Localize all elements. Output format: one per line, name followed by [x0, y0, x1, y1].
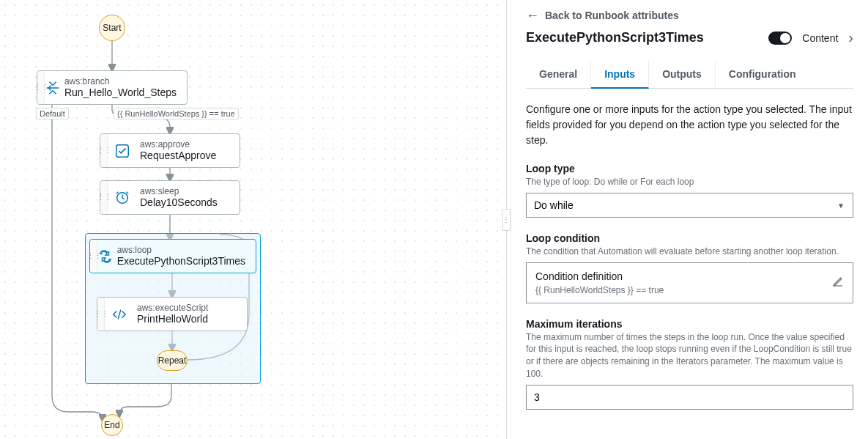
sleep-node[interactable]: ⋮⋮ aws:sleep Delay10Seconds	[100, 180, 240, 215]
start-label: Start	[103, 23, 121, 33]
node-type-label: aws:sleep	[140, 186, 218, 196]
back-link[interactable]: ← Back to Runbook attributes	[526, 6, 853, 29]
code-icon	[105, 298, 134, 331]
end-label: End	[104, 420, 119, 430]
loop-condition-label: Loop condition	[526, 232, 853, 244]
grip-icon: ⋮	[502, 209, 511, 231]
repeat-label: Repeat	[158, 355, 187, 366]
drag-handle-icon: ⋮⋮	[100, 134, 108, 167]
max-iter-hint: The maximum number of times the steps in…	[526, 331, 853, 380]
branch-node[interactable]: ⋮⋮ aws:branch Run_Hello_World_Steps	[37, 70, 188, 105]
approve-node[interactable]: ⋮⋮ aws:approve RequestApprove	[100, 133, 240, 168]
back-link-label: Back to Runbook attributes	[545, 10, 679, 21]
node-name-label: RequestApprove	[140, 150, 216, 162]
loop-type-hint: The type of loop: Do while or For each l…	[526, 176, 853, 188]
start-node[interactable]: Start	[99, 15, 125, 41]
node-type-label: aws:executeScript	[137, 303, 208, 313]
content-toggle-label: Content	[802, 32, 838, 44]
drag-handle-icon: ⋮⋮	[37, 71, 45, 104]
edit-icon[interactable]	[832, 276, 844, 289]
tab-general[interactable]: General	[526, 61, 591, 88]
branch-icon	[45, 71, 62, 104]
workflow-canvas[interactable]: Start ⋮⋮ aws:branch Run_Hello_World_Step…	[0, 0, 502, 439]
node-type-label: aws:loop	[117, 245, 245, 255]
drag-handle-icon: ⋮⋮	[90, 240, 97, 273]
default-edge-label: Default	[36, 108, 69, 119]
check-icon	[108, 134, 137, 167]
details-panel: ← Back to Runbook attributes ExecutePyth…	[511, 0, 868, 439]
drag-handle-icon: ⋮⋮	[97, 298, 105, 331]
loop-node[interactable]: ⋮⋮ aws:loop ExecutePythonScript3Times	[89, 239, 256, 273]
node-name-label: Delay10Seconds	[140, 196, 218, 209]
drag-handle-icon: ⋮⋮	[100, 181, 108, 214]
arrow-left-icon: ←	[526, 9, 539, 22]
loop-type-select[interactable]: Do while	[526, 193, 853, 218]
sleep-icon	[108, 181, 137, 214]
intro-text: Configure one or more inputs for the act…	[526, 102, 853, 148]
node-name-label: Run_Hello_World_Steps	[64, 86, 177, 99]
node-type-label: aws:branch	[64, 76, 177, 86]
condition-expression: {{ RunHelloWorldSteps }} == true	[535, 285, 664, 295]
script-node[interactable]: ⋮⋮ aws:executeScript PrintHelloWorld	[97, 297, 248, 331]
node-name-label: PrintHelloWorld	[137, 313, 208, 325]
page-title: ExecutePythonScript3Times	[526, 30, 704, 45]
repeat-node[interactable]: Repeat	[157, 350, 188, 371]
max-iter-input[interactable]	[526, 385, 853, 410]
condition-title: Condition definition	[535, 270, 664, 282]
tab-configuration[interactable]: Configuration	[716, 61, 809, 88]
condition-box[interactable]: Condition definition {{ RunHelloWorldSte…	[526, 262, 853, 303]
tab-outputs[interactable]: Outputs	[649, 61, 716, 88]
chevron-right-icon[interactable]: ›	[848, 29, 853, 46]
condition-edge-label: {{ RunHelloWorldSteps }} == true	[114, 108, 239, 119]
tabs: General Inputs Outputs Configuration	[526, 61, 853, 89]
loop-condition-hint: The condition that Automation will evalu…	[526, 246, 853, 258]
node-type-label: aws:approve	[140, 139, 216, 150]
split-handle[interactable]: ⋮	[502, 0, 511, 439]
tab-inputs[interactable]: Inputs	[591, 61, 649, 89]
loop-type-label: Loop type	[526, 163, 853, 174]
node-name-label: ExecutePythonScript3Times	[117, 255, 245, 268]
end-node[interactable]: End	[101, 414, 123, 436]
max-iter-label: Maximum iterations	[526, 318, 853, 330]
loop-icon	[97, 240, 114, 273]
content-toggle[interactable]	[768, 32, 792, 45]
